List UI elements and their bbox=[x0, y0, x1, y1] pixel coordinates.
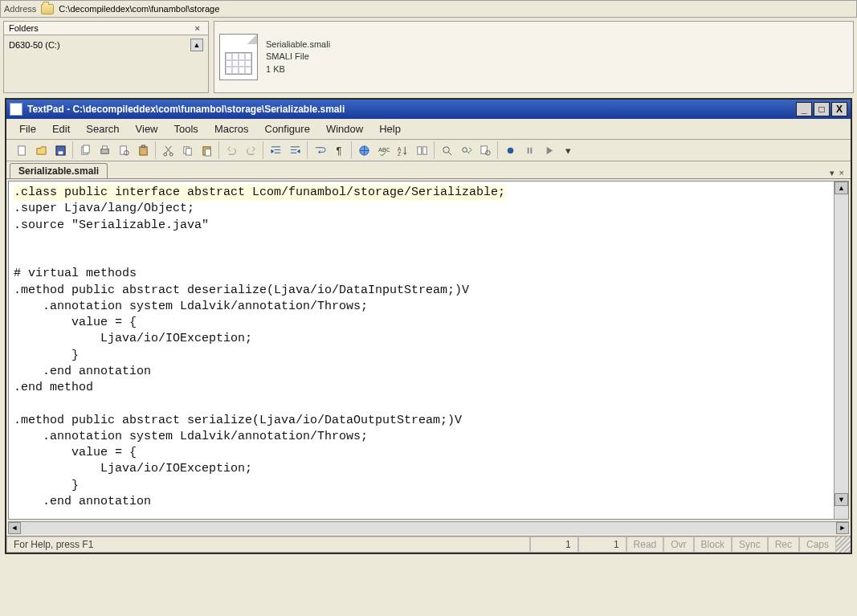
copy-icon[interactable] bbox=[178, 141, 196, 159]
scroll-left-icon[interactable]: ◄ bbox=[8, 522, 21, 534]
titlebar[interactable]: TextPad - C:\decompileddex\com\funambol\… bbox=[6, 100, 851, 119]
svg-rect-4 bbox=[83, 145, 89, 152]
svg-rect-14 bbox=[186, 148, 191, 154]
svg-rect-0 bbox=[18, 145, 24, 154]
status-caps: Caps bbox=[799, 536, 836, 553]
save-icon[interactable] bbox=[51, 141, 69, 159]
undo-icon[interactable] bbox=[222, 141, 240, 159]
play-macro-icon[interactable] bbox=[540, 141, 557, 159]
svg-point-23 bbox=[443, 146, 449, 153]
paste-icon[interactable] bbox=[198, 141, 215, 159]
new-file-icon[interactable] bbox=[13, 141, 31, 159]
menu-file[interactable]: File bbox=[11, 120, 44, 137]
menu-macros[interactable]: Macros bbox=[206, 120, 257, 137]
print-preview-icon[interactable] bbox=[115, 141, 133, 159]
menu-view[interactable]: View bbox=[128, 120, 166, 137]
folder-tree-item[interactable]: D630-50 (C:) ▲ bbox=[4, 35, 208, 55]
status-col: 1 bbox=[578, 536, 626, 553]
redo-icon[interactable] bbox=[242, 141, 259, 159]
file-type: SMALI File bbox=[266, 51, 330, 63]
close-button[interactable]: X bbox=[831, 102, 847, 116]
svg-rect-16 bbox=[205, 149, 210, 155]
vertical-scrollbar[interactable]: ▲ ▼ bbox=[834, 182, 848, 519]
folders-header: Folders × bbox=[4, 22, 208, 35]
address-bar: Address C:\decompileddex\com\funambol\st… bbox=[0, 0, 857, 18]
app-icon bbox=[10, 103, 22, 116]
cut-icon[interactable] bbox=[159, 141, 177, 159]
svg-rect-2 bbox=[58, 151, 63, 154]
spellcheck-icon[interactable]: ABC bbox=[374, 141, 392, 159]
pilcrow-icon[interactable]: ¶ bbox=[330, 141, 348, 159]
horizontal-scrollbar[interactable]: ◄ ► bbox=[8, 521, 849, 534]
status-read: Read bbox=[626, 536, 664, 553]
browser-icon[interactable] bbox=[355, 141, 373, 159]
sort-icon[interactable]: AZ bbox=[394, 141, 411, 159]
scroll-up-icon[interactable]: ▲ bbox=[835, 182, 848, 194]
svg-rect-7 bbox=[120, 145, 126, 153]
document-tab[interactable]: Serializable.smali bbox=[10, 163, 108, 178]
minimize-button[interactable]: _ bbox=[796, 102, 812, 116]
address-label: Address bbox=[4, 4, 36, 14]
copy-all-icon[interactable] bbox=[76, 141, 94, 159]
window-buttons: _ □ X bbox=[796, 102, 847, 116]
svg-point-27 bbox=[507, 147, 513, 153]
toolbar-overflow-icon[interactable]: ▾ bbox=[559, 141, 577, 159]
menu-help[interactable]: Help bbox=[371, 120, 409, 137]
menu-search[interactable]: Search bbox=[78, 120, 127, 137]
file-list: Serialiable.smali SMALI File 1 KB bbox=[214, 21, 854, 93]
file-name[interactable]: Serialiable.smali bbox=[266, 39, 330, 51]
pause-macro-icon[interactable] bbox=[520, 141, 538, 159]
svg-rect-28 bbox=[527, 147, 528, 153]
svg-rect-10 bbox=[141, 145, 145, 147]
svg-rect-22 bbox=[422, 146, 426, 153]
folders-title: Folders bbox=[9, 23, 39, 33]
menu-window[interactable]: Window bbox=[318, 120, 371, 137]
scroll-up-icon[interactable]: ▲ bbox=[190, 39, 203, 51]
menu-edit[interactable]: Edit bbox=[44, 120, 78, 137]
svg-text:ABC: ABC bbox=[377, 146, 389, 153]
folders-body: D630-50 (C:) ▲ bbox=[4, 35, 208, 55]
folders-pane: Folders × D630-50 (C:) ▲ bbox=[3, 21, 209, 93]
tab-close-icon[interactable]: × bbox=[839, 168, 844, 178]
maximize-button[interactable]: □ bbox=[814, 102, 830, 116]
svg-rect-29 bbox=[530, 147, 532, 153]
scroll-right-icon[interactable]: ► bbox=[836, 522, 849, 534]
svg-text:Z: Z bbox=[397, 151, 400, 157]
status-bar: For Help, press F1 1 1 Read Ovr Block Sy… bbox=[6, 536, 851, 553]
editor-area: .class public interface abstract Lcom/fu… bbox=[8, 181, 849, 520]
file-meta: Serialiable.smali SMALI File 1 KB bbox=[266, 39, 330, 75]
file-icon[interactable] bbox=[219, 34, 258, 80]
indent-right-icon[interactable] bbox=[286, 141, 304, 159]
find-icon[interactable] bbox=[438, 141, 455, 159]
tab-menu-icon[interactable]: ▾ bbox=[830, 168, 835, 178]
status-ovr: Ovr bbox=[663, 536, 693, 553]
find-in-files-icon[interactable] bbox=[476, 141, 494, 159]
code-editor[interactable]: .class public interface abstract Lcom/fu… bbox=[9, 182, 834, 519]
status-line: 1 bbox=[530, 536, 578, 553]
open-file-icon[interactable] bbox=[32, 141, 50, 159]
resize-grip-icon[interactable] bbox=[836, 536, 851, 553]
find-next-icon[interactable] bbox=[457, 141, 475, 159]
drive-label: D630-50 (C:) bbox=[9, 40, 60, 50]
clipboard-icon[interactable] bbox=[134, 141, 152, 159]
menu-tools[interactable]: Tools bbox=[166, 120, 206, 137]
toolbar: ¶ ABC AZ ▾ bbox=[6, 140, 851, 161]
svg-rect-21 bbox=[417, 146, 421, 153]
compare-icon[interactable] bbox=[413, 141, 431, 159]
svg-rect-25 bbox=[480, 145, 487, 153]
file-size: 1 KB bbox=[266, 63, 330, 75]
menu-configure[interactable]: Configure bbox=[257, 120, 318, 137]
tab-controls: ▾ × bbox=[830, 168, 847, 178]
status-sync: Sync bbox=[732, 536, 768, 553]
svg-rect-5 bbox=[100, 149, 108, 153]
folders-close-button[interactable]: × bbox=[192, 23, 203, 33]
address-path[interactable]: C:\decompileddex\com\funambol\storage bbox=[59, 4, 219, 14]
scroll-down-icon[interactable]: ▼ bbox=[835, 493, 848, 506]
record-macro-icon[interactable] bbox=[501, 141, 519, 159]
indent-left-icon[interactable] bbox=[267, 141, 284, 159]
wordwrap-icon[interactable] bbox=[311, 141, 329, 159]
print-icon[interactable] bbox=[96, 141, 113, 159]
folder-icon bbox=[41, 4, 54, 14]
explorer-panes: Folders × D630-50 (C:) ▲ Serialiable.sma… bbox=[0, 21, 857, 93]
menu-bar: File Edit Search View Tools Macros Confi… bbox=[6, 119, 851, 140]
